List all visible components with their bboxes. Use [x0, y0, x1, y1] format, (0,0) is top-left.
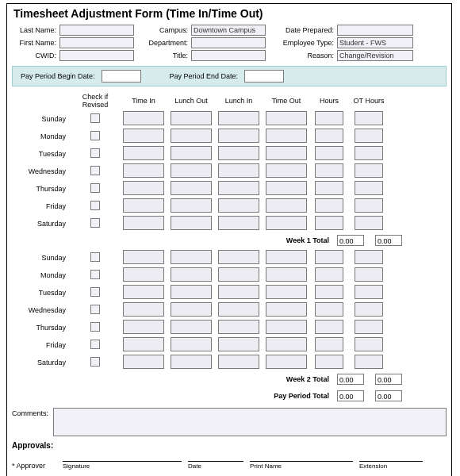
lunch-in-field[interactable] — [218, 337, 259, 351]
lunch-in-field[interactable] — [218, 163, 259, 178]
time-in-field[interactable] — [123, 302, 164, 317]
time-out-field[interactable] — [266, 337, 307, 351]
time-in-field[interactable] — [123, 320, 164, 334]
hours-field[interactable] — [315, 111, 343, 125]
lunch-in-field[interactable] — [218, 302, 259, 317]
revised-checkbox[interactable] — [90, 148, 100, 158]
revised-checkbox[interactable] — [90, 183, 100, 193]
time-out-field[interactable] — [266, 216, 307, 230]
lunch-out-field[interactable] — [171, 320, 212, 334]
approver-printname-line[interactable] — [250, 451, 353, 462]
lunch-out-field[interactable] — [171, 267, 212, 282]
revised-checkbox[interactable] — [90, 270, 100, 279]
date-prepared-field[interactable] — [337, 25, 413, 36]
lunch-in-field[interactable] — [218, 250, 259, 264]
lunch-in-field[interactable] — [218, 267, 259, 282]
revised-checkbox[interactable] — [90, 201, 100, 210]
ot-hours-field[interactable] — [355, 163, 383, 178]
revised-checkbox[interactable] — [90, 357, 100, 367]
lunch-out-field[interactable] — [171, 146, 212, 160]
time-in-field[interactable] — [123, 285, 164, 299]
lunch-out-field[interactable] — [171, 129, 212, 143]
revised-checkbox[interactable] — [90, 166, 100, 175]
time-in-field[interactable] — [123, 250, 164, 264]
last-name-field[interactable] — [59, 25, 134, 36]
lunch-out-field[interactable] — [171, 250, 212, 264]
hours-field[interactable] — [315, 146, 343, 160]
hours-field[interactable] — [315, 250, 343, 264]
time-in-field[interactable] — [123, 216, 164, 230]
revised-checkbox[interactable] — [90, 218, 100, 228]
hours-field[interactable] — [315, 198, 343, 213]
first-name-field[interactable] — [59, 37, 134, 48]
ot-hours-field[interactable] — [355, 146, 383, 160]
time-in-field[interactable] — [123, 129, 164, 143]
lunch-in-field[interactable] — [218, 146, 259, 160]
ot-hours-field[interactable] — [355, 337, 383, 351]
department-field[interactable] — [191, 37, 266, 48]
time-in-field[interactable] — [123, 146, 164, 160]
lunch-in-field[interactable] — [218, 216, 259, 230]
lunch-out-field[interactable] — [171, 111, 212, 125]
time-out-field[interactable] — [266, 285, 307, 299]
hours-field[interactable] — [315, 285, 343, 299]
time-out-field[interactable] — [266, 198, 307, 213]
ot-hours-field[interactable] — [355, 302, 383, 317]
time-out-field[interactable] — [266, 250, 307, 264]
time-out-field[interactable] — [266, 146, 307, 160]
ot-hours-field[interactable] — [355, 355, 383, 369]
revised-checkbox[interactable] — [90, 340, 100, 349]
hours-field[interactable] — [315, 267, 343, 282]
lunch-out-field[interactable] — [171, 216, 212, 230]
ot-hours-field[interactable] — [355, 129, 383, 143]
revised-checkbox[interactable] — [90, 322, 100, 332]
ot-hours-field[interactable] — [355, 216, 383, 230]
lunch-out-field[interactable] — [171, 285, 212, 299]
lunch-out-field[interactable] — [171, 181, 212, 195]
time-out-field[interactable] — [266, 181, 307, 195]
time-in-field[interactable] — [123, 355, 164, 369]
time-in-field[interactable] — [123, 198, 164, 213]
ot-hours-field[interactable] — [355, 250, 383, 264]
time-out-field[interactable] — [266, 355, 307, 369]
lunch-out-field[interactable] — [171, 355, 212, 369]
time-in-field[interactable] — [123, 337, 164, 351]
employee-type-field[interactable]: Student - FWS — [337, 37, 413, 48]
employee-date-line[interactable] — [188, 473, 243, 476]
time-in-field[interactable] — [123, 267, 164, 282]
hours-field[interactable] — [315, 129, 343, 143]
revised-checkbox[interactable] — [90, 287, 100, 297]
time-in-field[interactable] — [123, 111, 164, 125]
revised-checkbox[interactable] — [90, 305, 100, 314]
time-out-field[interactable] — [266, 267, 307, 282]
hours-field[interactable] — [315, 181, 343, 195]
period-begin-field[interactable] — [102, 70, 141, 83]
time-out-field[interactable] — [266, 320, 307, 334]
job-title-field[interactable] — [191, 50, 266, 61]
lunch-out-field[interactable] — [171, 337, 212, 351]
hours-field[interactable] — [315, 302, 343, 317]
ot-hours-field[interactable] — [355, 181, 383, 195]
revised-checkbox[interactable] — [90, 131, 100, 140]
ot-hours-field[interactable] — [355, 198, 383, 213]
time-out-field[interactable] — [266, 302, 307, 317]
lunch-in-field[interactable] — [218, 129, 259, 143]
hours-field[interactable] — [315, 355, 343, 369]
lunch-out-field[interactable] — [171, 163, 212, 178]
ot-hours-field[interactable] — [355, 285, 383, 299]
lunch-in-field[interactable] — [218, 111, 259, 125]
approver-signature-line[interactable] — [63, 451, 182, 462]
period-end-field[interactable] — [244, 70, 284, 83]
hours-field[interactable] — [315, 337, 343, 351]
lunch-out-field[interactable] — [171, 302, 212, 317]
lunch-in-field[interactable] — [218, 320, 259, 334]
hours-field[interactable] — [315, 163, 343, 178]
time-in-field[interactable] — [123, 181, 164, 195]
lunch-in-field[interactable] — [218, 285, 259, 299]
time-in-field[interactable] — [123, 163, 164, 178]
hours-field[interactable] — [315, 216, 343, 230]
cwid-field[interactable] — [59, 50, 134, 61]
lunch-in-field[interactable] — [218, 181, 259, 195]
ot-hours-field[interactable] — [355, 267, 383, 282]
approver-date-line[interactable] — [188, 451, 243, 462]
